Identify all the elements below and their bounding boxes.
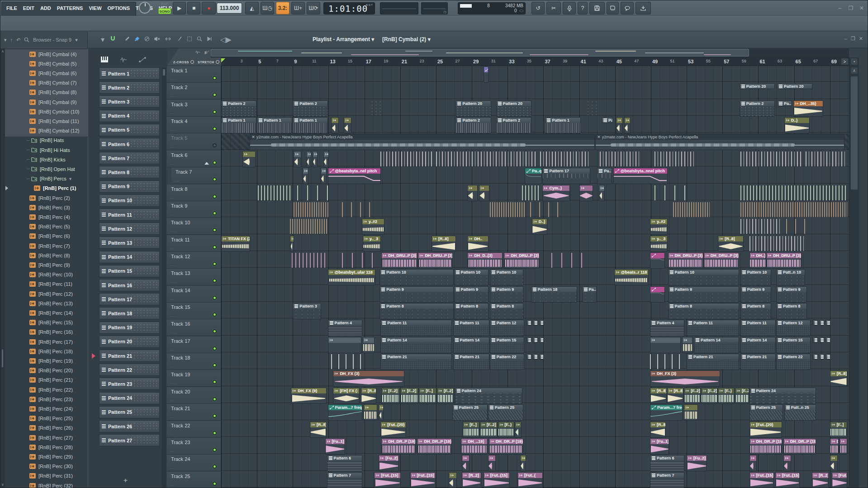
browser-item--rnb-perc-32-[interactable]: [RnB] Perc (32) — [5, 481, 88, 488]
browser-item--rnb-cymbal-9-[interactable]: [RnB] Cymbal (9) — [5, 97, 88, 107]
clip--f-2-[interactable]: [F..2] — [400, 388, 419, 404]
track-header-3[interactable]: Track 3... — [167, 100, 221, 117]
browser-item--rnb-perc-31-[interactable]: [RnB] Perc (31) — [5, 471, 88, 481]
clip-pattern-8[interactable]: Pattern 8 — [668, 303, 739, 319]
pattern-chip-6[interactable]: Pattern 6 — [99, 138, 160, 150]
clip-pattern-25[interactable]: Pattern 25 — [452, 404, 488, 421]
clip-pattern-22[interactable]: Pattern 22 — [776, 354, 811, 370]
clip-mini-olive[interactable] — [290, 236, 294, 252]
export-project-button[interactable] — [636, 2, 651, 14]
clip--fut-20-[interactable]: [Fut..(20) — [380, 422, 406, 438]
mini-audio-tab-icon[interactable] — [195, 50, 200, 54]
track-header-4[interactable]: Track 4... — [167, 117, 221, 133]
clip-pattern-8[interactable]: Pattern 8 — [454, 303, 489, 319]
clip-mini-olive[interactable] — [242, 151, 256, 167]
pattern-chip-17[interactable]: Pattern 17 — [99, 293, 160, 305]
clip-ticks-green[interactable] — [522, 185, 541, 200]
clip-dh-dru-p-3-[interactable]: DH_DRU..P (3) — [504, 252, 539, 269]
clip-ticks-tan[interactable] — [740, 202, 847, 217]
clip-stripes-mauve[interactable] — [650, 337, 681, 353]
zoom-tool-icon[interactable] — [197, 35, 202, 43]
clip-patt-n-10[interactable]: Patt..n 10 — [776, 269, 805, 285]
pattern-chip-11[interactable]: Pattern 11 — [99, 208, 160, 221]
browser-item--rnb-perc-21-[interactable]: [RnB] Perc (21) — [5, 375, 88, 385]
clip-pattern-1[interactable]: Pattern 1 — [257, 117, 292, 133]
clip--f-2-[interactable]: [F..2] — [480, 422, 498, 438]
clip-pattern-chip[interactable] — [813, 337, 818, 343]
browser-item--rnb-perc-1-[interactable]: [RnB] Perc (1) — [5, 184, 88, 193]
clip-ticks-sparse-tan[interactable] — [530, 202, 564, 217]
clip-dh-dru-p-3-[interactable]: DH_DRU..P (3) — [668, 252, 703, 269]
playlist-minimize-button[interactable]: – — [844, 36, 847, 42]
pattern-chip-26[interactable]: Pattern 26 — [99, 420, 160, 432]
clip--r-8-[interactable]: [R..8] — [650, 388, 667, 404]
window-close-button[interactable]: ✕ — [858, 4, 866, 12]
clip-pattern-18[interactable]: Pattern 18 — [531, 286, 577, 303]
clip-pattern-6[interactable]: Pattern 6 — [650, 455, 684, 471]
clip--fut-[interactable]: [Fut..( — [832, 472, 848, 488]
clip-pattern-1[interactable]: Pattern 1 — [221, 117, 256, 133]
track-header-14[interactable]: Track 14... — [167, 286, 221, 303]
track-mute-led[interactable] — [213, 143, 217, 147]
browser-item--rnb-perc-22-[interactable]: [RnB] Perc (22) — [5, 385, 88, 394]
clip-pattern-20[interactable]: Pattern 20 — [496, 100, 531, 117]
browser-item--rnb-perc-14-[interactable]: [RnB] Perc (14) — [5, 308, 88, 317]
clip-ticks-mauve[interactable] — [292, 253, 328, 268]
clip--beats-r-118[interactable]: @beats..r 118 — [614, 269, 649, 285]
clip-pattern-8[interactable]: Pattern 8 — [379, 303, 453, 319]
clip-pattern-10[interactable]: Pattern 10 — [490, 269, 523, 285]
track-mute-led[interactable] — [213, 177, 217, 181]
clip-dh-dru-p-3-[interactable]: DH_DRU..P (3) — [381, 252, 417, 269]
clip-pattern-chip[interactable] — [533, 320, 538, 326]
pattern-chip-22[interactable]: Pattern 22 — [99, 364, 160, 376]
browser-item--rnb-perc-20-[interactable]: [RnB] Perc (20) — [5, 366, 88, 375]
clip-pattern-21[interactable]: Pattern 21 — [687, 354, 739, 370]
save-button[interactable] — [589, 2, 605, 14]
pattern-chip-16[interactable]: Pattern 16 — [99, 279, 160, 291]
clip--beatsbyta-nnel-pitch[interactable]: @beatsbyta..nnel pitch — [613, 168, 668, 184]
mute-tool-icon[interactable] — [154, 35, 160, 43]
clip-mini-olive[interactable] — [520, 455, 526, 471]
pattern-chip-3[interactable]: Pattern 3 — [99, 95, 160, 108]
clip-pattern-chip[interactable] — [813, 354, 818, 360]
track-mute-led[interactable] — [213, 329, 217, 333]
window-minimize-button[interactable]: – — [836, 4, 844, 12]
clip-mini-olive[interactable] — [449, 472, 457, 488]
playlist-menu-chevron-icon[interactable]: ▾ — [101, 35, 104, 44]
window-restore-button[interactable]: ❐ — [847, 4, 855, 12]
clip--fut-[interactable]: [Fut..( — [517, 472, 543, 488]
pat-mode-label[interactable]: PAT — [158, 2, 171, 8]
clip-dh-dr-p-19-[interactable]: DH_DR..P (19) — [783, 438, 816, 455]
browser-item--rnb-cymbal-7-[interactable]: [RnB] Cymbal (7) — [5, 78, 88, 88]
pattern-chip-14[interactable]: Pattern 14 — [99, 251, 160, 263]
clip-pattern-chip[interactable] — [825, 320, 830, 326]
clip-pa-7[interactable]: Pa..7 — [597, 168, 612, 184]
zcross-checkbox[interactable]: Z-CROSS — [173, 60, 194, 64]
playback-tool-icon[interactable] — [207, 35, 212, 43]
clip-pattern-10[interactable]: Pattern 10 — [740, 269, 771, 285]
clip-pattern-12[interactable]: Pattern 12 — [776, 320, 811, 336]
clip-pattern-9[interactable]: Pattern 9 — [776, 286, 807, 303]
time-display[interactable]: 1:01:00 B:S:T — [323, 2, 375, 14]
pattern-chip-12[interactable]: Pattern 12 — [99, 223, 160, 235]
browser-item--rnb-perc-16-[interactable]: [RnB] Perc (16) — [5, 327, 88, 337]
pattern-chip-5[interactable]: Pattern 5 — [99, 124, 160, 136]
clip-auto-magenta-sliver[interactable] — [650, 286, 665, 303]
dot-button[interactable]: ▪ — [850, 58, 858, 65]
clip-pattern-11[interactable]: Pattern 11 — [740, 320, 776, 336]
clip-pa-[interactable]: Pa.. — [777, 100, 792, 106]
playlist-vscroll-thumb[interactable] — [851, 76, 858, 190]
clip-ticks-sparse-mauve[interactable] — [342, 253, 373, 268]
clip--f-[interactable]: [F..] — [463, 422, 479, 438]
clip-pattern-chip[interactable] — [526, 337, 531, 343]
group-collapse-arrow[interactable] — [204, 162, 209, 165]
browser-item--rnb-percs[interactable]: [RnB] Percs▾ — [5, 174, 88, 184]
track-mute-led[interactable] — [213, 363, 217, 367]
pattern-chip-15[interactable]: Pattern 15 — [99, 265, 160, 277]
clip-ticks-tan[interactable] — [294, 202, 329, 217]
pattern-chip-23[interactable]: Pattern 23 — [99, 378, 160, 390]
clip-mini-gray[interactable] — [306, 151, 311, 167]
menu-item-add[interactable]: ADD — [40, 5, 51, 11]
clip-pattern-2[interactable]: Pattern 2 — [740, 100, 775, 117]
clip-ticks-tan[interactable] — [290, 219, 327, 234]
